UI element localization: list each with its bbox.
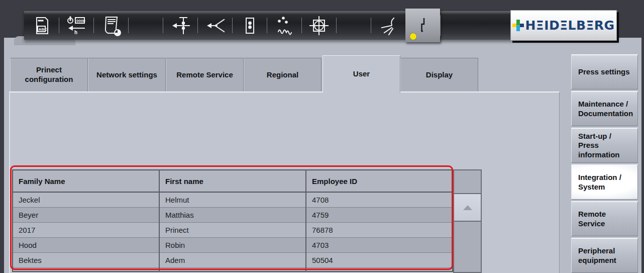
table-row[interactable]: Hood Robin 4703 [13, 237, 453, 252]
table-header-row: Family Name First name Employee ID [13, 170, 453, 192]
job-sheet-icon [99, 14, 123, 37]
screen: ABC 0000 h [0, 0, 644, 273]
tab-display[interactable]: Display [400, 58, 478, 92]
cell-family-name[interactable]: Jeckel [13, 192, 159, 207]
toolbar-button-air-blast[interactable] [371, 11, 405, 40]
abc-document-icon: ABC [31, 15, 53, 37]
column-header-first-name: First name [159, 170, 306, 192]
scrollbar-header-spacer [454, 170, 481, 194]
powder-spray-icon [273, 15, 295, 37]
cell-employee-id[interactable]: 4759 [306, 207, 453, 222]
merge-arrow-icon [204, 15, 226, 37]
heidelberg-plus-icon [512, 20, 524, 31]
tab-prinect-configuration[interactable]: Prinect configuration [10, 58, 88, 92]
table-row[interactable]: Bektes Adem 50504 [13, 252, 453, 267]
toolbar-button-door-sensor[interactable] [232, 11, 267, 40]
tab-network-settings[interactable]: Network settings [88, 58, 166, 92]
toolbar-button-register-crosshair[interactable] [301, 11, 336, 40]
cell-family-name[interactable]: Bektes [13, 252, 159, 267]
table-row[interactable]: Jeckel Helmut 4708 [13, 192, 453, 207]
air-blast-icon [377, 15, 399, 37]
toolbar-button-powder-spray[interactable] [267, 11, 301, 40]
cell-first-name[interactable]: Robin [159, 237, 306, 252]
table-row-partial [13, 267, 453, 271]
heidelberg-logo: HΞIDΞLBΞRG [510, 10, 617, 41]
toolbar-slot-empty-1 [128, 11, 163, 40]
svg-text:h: h [74, 30, 77, 35]
cell-family-name[interactable]: Beyer [13, 207, 159, 222]
cell-family-name[interactable]: 2017 [13, 222, 159, 237]
door-sensor-icon [239, 15, 261, 37]
toolbar-button-sheet-infeed[interactable] [163, 11, 197, 40]
sidebar-item-integration-system[interactable]: Integration / System [571, 164, 638, 200]
tab-regional[interactable]: Regional [244, 58, 321, 92]
column-header-employee-id: Employee ID [306, 170, 453, 192]
toolbar-button-job-sheet[interactable] [93, 11, 128, 40]
toolbar: ABC 0000 h [24, 11, 618, 40]
scroll-up-button[interactable] [454, 194, 481, 222]
table-row[interactable]: 2017 Prinect 76878 [13, 222, 453, 237]
svg-text:0000: 0000 [76, 19, 85, 23]
cell-first-name[interactable]: Matthias [159, 207, 306, 222]
cell-employee-id[interactable]: 76878 [306, 222, 453, 237]
cell-family-name[interactable]: Hood [13, 237, 159, 252]
cell-first-name[interactable]: Prinect [159, 222, 306, 237]
user-table: Family Name First name Employee ID Jecke… [12, 169, 453, 272]
scrollbar-track[interactable] [454, 222, 481, 272]
impression-counter-icon: 0000 h [65, 15, 87, 37]
sidebar-item-startup-press-information[interactable]: Start-up / Press information [571, 128, 638, 163]
toolbar-slot-empty-2 [336, 11, 371, 40]
table-row[interactable]: Beyer Matthias 4759 [13, 207, 453, 222]
sidebar-item-remote-service[interactable]: Remote Service [571, 201, 638, 236]
cell-employee-id[interactable]: 50504 [306, 252, 453, 267]
status-dot [410, 33, 416, 40]
cell-employee-id[interactable]: 4708 [306, 192, 453, 207]
sidebar-item-peripheral-equipment[interactable]: Peripheral equipment [571, 238, 638, 273]
washup-line-icon [412, 15, 434, 37]
toolbar-button-register-document[interactable]: ABC [24, 11, 59, 40]
register-crosshair-icon [308, 15, 330, 37]
sidebar-item-maintenance-documentation[interactable]: Maintenance / Documentation [571, 91, 638, 126]
toolbar-button-washup[interactable] [405, 9, 440, 42]
tab-user[interactable]: User [323, 55, 400, 93]
logo-text: HΞIDΞLBΞRG [525, 18, 614, 33]
column-header-family-name: Family Name [13, 170, 159, 192]
cell-first-name[interactable]: Helmut [159, 192, 306, 207]
sidebar-item-press-settings[interactable]: Press settings [571, 54, 638, 89]
cell-employee-id[interactable]: 4703 [306, 237, 453, 252]
sheet-infeed-icon [169, 15, 191, 37]
triangle-up-icon [463, 205, 472, 210]
toolbar-button-merge-arrow[interactable] [197, 11, 232, 40]
tab-remote-service[interactable]: Remote Service [166, 58, 244, 92]
svg-text:ABC: ABC [38, 27, 47, 32]
table-scrollbar [453, 169, 482, 273]
cell-first-name[interactable]: Adem [159, 252, 306, 267]
toolbar-button-impression-counter[interactable]: 0000 h [59, 11, 93, 40]
